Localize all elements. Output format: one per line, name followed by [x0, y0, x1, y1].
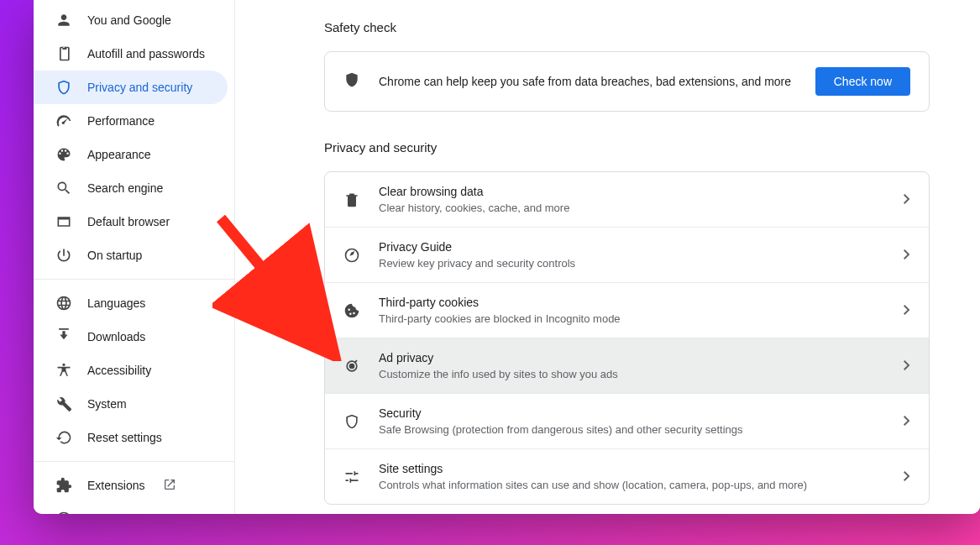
svg-point-0: [58, 513, 71, 515]
sidebar-item-reset[interactable]: Reset settings: [34, 421, 234, 454]
row-title: Site settings: [379, 460, 885, 477]
row-sub: Third-party cookies are blocked in Incog…: [379, 312, 885, 327]
row-sub: Controls what information sites can use …: [379, 478, 885, 493]
row-site-settings[interactable]: Site settings Controls what information …: [325, 448, 929, 504]
sidebar-item-about[interactable]: About Chrome: [34, 502, 234, 514]
sidebar-item-label: Languages: [87, 296, 145, 310]
row-title: Security: [379, 405, 885, 422]
wrench-icon: [55, 396, 72, 412]
sidebar-item-downloads[interactable]: Downloads: [34, 320, 234, 354]
sidebar-item-label: Default browser: [87, 215, 170, 228]
row-third-party-cookies[interactable]: Third-party cookies Third-party cookies …: [325, 282, 929, 338]
sidebar-item-label: System: [87, 397, 127, 411]
chrome-icon: [55, 511, 72, 514]
sidebar-item-appearance[interactable]: Appearance: [34, 138, 234, 171]
restore-icon: [55, 429, 72, 446]
sidebar-item-privacy[interactable]: Privacy and security: [34, 71, 228, 104]
chevron-right-icon: [904, 469, 910, 485]
sidebar-item-performance[interactable]: Performance: [34, 104, 234, 138]
sidebar-item-label: Accessibility: [87, 364, 151, 377]
person-icon: [55, 12, 72, 29]
sidebar-divider: [34, 279, 234, 280]
sidebar-divider: [34, 461, 234, 462]
sidebar-item-extensions[interactable]: Extensions: [34, 469, 234, 502]
chevron-right-icon: [904, 303, 910, 318]
external-link-icon: [163, 478, 176, 494]
shield-icon: [55, 79, 72, 96]
sidebar-item-system[interactable]: System: [34, 387, 234, 421]
privacy-section-title: Privacy and security: [324, 140, 930, 155]
sidebar-item-label: Privacy and security: [87, 81, 192, 94]
sidebar-item-default-browser[interactable]: Default browser: [34, 205, 234, 238]
clipboard-icon: [55, 45, 72, 62]
settings-main: Safety check Chrome can help keep you sa…: [235, 0, 980, 514]
safety-check-title: Safety check: [324, 20, 930, 34]
speedometer-icon: [55, 113, 72, 129]
accessibility-icon: [55, 362, 72, 379]
sidebar-item-label: You and Google: [87, 13, 171, 27]
row-sub: Safe Browsing (protection from dangerous…: [379, 422, 885, 438]
shield-outline-icon: [343, 413, 360, 430]
sidebar-item-autofill[interactable]: Autofill and passwords: [34, 37, 234, 71]
sidebar-item-label: Search engine: [87, 181, 163, 195]
row-title: Clear browsing data: [379, 183, 885, 200]
trash-icon: [343, 191, 360, 208]
safety-check-card: Chrome can help keep you safe from data …: [324, 51, 930, 112]
compass-icon: [343, 247, 360, 264]
check-now-button[interactable]: Check now: [815, 67, 910, 96]
sidebar-item-on-startup[interactable]: On startup: [34, 238, 234, 272]
privacy-list-card: Clear browsing data Clear history, cooki…: [324, 171, 930, 505]
row-ad-privacy[interactable]: Ad privacy Customize the info used by si…: [325, 338, 929, 393]
safety-check-text: Chrome can help keep you safe from data …: [379, 75, 797, 88]
row-security[interactable]: Security Safe Browsing (protection from …: [325, 393, 929, 448]
cookie-icon: [343, 302, 360, 319]
download-icon: [55, 328, 72, 345]
settings-sidebar: You and Google Autofill and passwords Pr…: [34, 0, 235, 514]
sidebar-item-accessibility[interactable]: Accessibility: [34, 354, 234, 387]
power-icon: [55, 247, 72, 264]
globe-icon: [55, 295, 72, 312]
chevron-right-icon: [904, 414, 910, 429]
chevron-right-icon: [904, 192, 910, 207]
search-icon: [55, 180, 72, 197]
row-sub: Clear history, cookies, cache, and more: [379, 201, 885, 216]
row-privacy-guide[interactable]: Privacy Guide Review key privacy and sec…: [325, 227, 929, 282]
row-title: Ad privacy: [379, 349, 885, 366]
browser-icon: [55, 213, 72, 230]
sidebar-item-label: On startup: [87, 249, 142, 262]
chevron-right-icon: [904, 248, 910, 263]
sidebar-item-search-engine[interactable]: Search engine: [34, 171, 234, 205]
sidebar-item-label: Downloads: [87, 330, 145, 343]
sidebar-item-label: Performance: [87, 114, 155, 128]
sidebar-item-label: Appearance: [87, 148, 151, 161]
sidebar-item-you-and-google[interactable]: You and Google: [34, 3, 234, 37]
target-icon: [343, 358, 360, 375]
sidebar-item-label: Reset settings: [87, 431, 162, 444]
settings-window: You and Google Autofill and passwords Pr…: [34, 0, 980, 514]
row-sub: Review key privacy and security controls: [379, 256, 885, 271]
row-title: Third-party cookies: [379, 294, 885, 311]
sliders-icon: [343, 469, 360, 485]
shield-filled-icon: [343, 71, 360, 92]
sidebar-item-label: Extensions: [87, 479, 144, 492]
row-sub: Customize the info used by sites to show…: [379, 367, 885, 382]
row-clear-browsing-data[interactable]: Clear browsing data Clear history, cooki…: [325, 172, 929, 227]
chevron-right-icon: [904, 359, 910, 374]
sidebar-item-label: Autofill and passwords: [87, 47, 205, 60]
sidebar-item-languages[interactable]: Languages: [34, 286, 234, 320]
row-title: Privacy Guide: [379, 238, 885, 255]
extension-icon: [55, 477, 72, 494]
sidebar-item-label: About Chrome: [87, 512, 163, 514]
palette-icon: [55, 146, 72, 163]
